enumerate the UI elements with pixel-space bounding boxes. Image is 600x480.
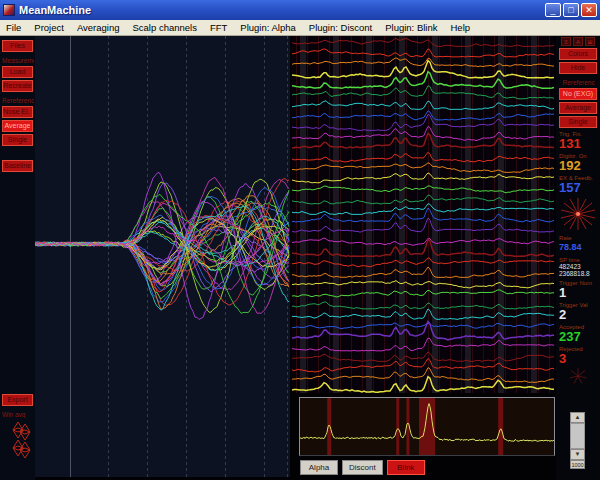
erp-butterfly-panel[interactable] — [35, 36, 290, 477]
tab-discont[interactable]: Discont — [342, 460, 383, 475]
slider-track[interactable] — [570, 423, 585, 449]
stat-sp-time: SP time 482423 2368818.8 — [559, 257, 600, 277]
title-bar: MeanMachine _ □ ✕ — [0, 0, 600, 20]
maximize-button[interactable]: □ — [563, 3, 579, 17]
win-avg-label: Win avg — [1, 411, 34, 418]
r-rereference-label: Rereference — [562, 79, 595, 86]
slider-down-button[interactable]: ▼ — [570, 449, 585, 460]
menu-file[interactable]: File — [6, 22, 21, 33]
gain-slider: ▲ ▼ 1000 — [570, 412, 585, 469]
slider-up-button[interactable]: ▲ — [570, 412, 585, 423]
menu-plugin-blink[interactable]: Plugin: Blink — [385, 22, 437, 33]
menu-help[interactable]: Help — [450, 22, 470, 33]
r-ref-noexg-button[interactable]: No (EXG) — [559, 88, 597, 100]
tab-blink[interactable]: Blink — [387, 460, 425, 475]
eeg-traces-panel[interactable] — [292, 36, 554, 393]
r-ref-single-button[interactable]: Single — [559, 116, 597, 128]
plugin-tabs: Alpha Discont Blink — [300, 460, 425, 475]
ref-nose-button[interactable]: Nose El. M1 — [2, 106, 33, 118]
eeg-traces-canvas[interactable] — [292, 36, 554, 393]
hide-button[interactable]: Hide — [559, 62, 597, 74]
starburst-icon — [559, 196, 597, 232]
stat-trigger-val: Trigger Val 2 — [559, 302, 600, 321]
r-ref-average-button[interactable]: Average — [559, 102, 597, 114]
stat-rejected: Rejected 3 — [559, 346, 600, 365]
menu-bar: File Project Averaging Scalp channels FF… — [0, 20, 600, 36]
files-button[interactable]: Files — [2, 40, 33, 52]
menu-plugin-discont[interactable]: Plugin: Discont — [309, 22, 372, 33]
slider-value: 1000 — [570, 460, 585, 469]
measurement-label: Measurement — [1, 57, 34, 64]
stat-trigger-num: Trigger Num 1 — [559, 280, 600, 299]
ref-single-button[interactable]: Single — [2, 134, 33, 146]
menu-scalp-channels[interactable]: Scalp channels — [133, 22, 197, 33]
stat-digitiz-on: Digitiz. On 192 — [559, 153, 600, 172]
stat-rate: Rate 78.84 — [559, 235, 600, 254]
erp-butterfly-canvas[interactable] — [35, 36, 290, 477]
blink-detector-strip[interactable] — [299, 397, 555, 456]
tab-alpha[interactable]: Alpha — [300, 460, 338, 475]
minimize-button[interactable]: _ — [545, 3, 561, 17]
recreate-button[interactable]: Recreate — [2, 80, 33, 92]
menu-fft[interactable]: FFT — [210, 22, 227, 33]
window-title: MeanMachine — [19, 4, 545, 16]
stat-accepted: Accepted 237 — [559, 324, 600, 343]
menu-project[interactable]: Project — [34, 22, 64, 33]
left-sidebar: Files Measurement Load Recreate Rerefere… — [0, 36, 35, 480]
export-button[interactable]: Export — [2, 394, 33, 406]
close-button[interactable]: ✕ — [581, 3, 597, 17]
app-icon — [3, 4, 15, 16]
menu-averaging[interactable]: Averaging — [77, 22, 120, 33]
a-icon[interactable]: A — [573, 37, 583, 46]
colors-button[interactable]: Colors — [559, 48, 597, 60]
baseline-button[interactable]: Baseline — [2, 160, 33, 172]
menu-plugin-alpha[interactable]: Plugin: Alpha — [240, 22, 295, 33]
stat-trig-fix: Trig. Fix. 131 — [559, 131, 600, 150]
blink-detector-canvas[interactable] — [300, 398, 554, 455]
win-spinner-right[interactable] — [17, 423, 33, 463]
main-area: Files Measurement Load Recreate Rerefere… — [0, 36, 600, 480]
small-starburst-icon — [568, 367, 588, 385]
grid-icon[interactable]: ⊞ — [585, 37, 595, 46]
menu-icon[interactable]: ≡ — [561, 37, 571, 46]
ref-average-button[interactable]: Average — [2, 120, 33, 132]
stat-ex-feedb: EX & Feedb. 157 — [559, 175, 600, 194]
rereference-label: Rereference — [1, 97, 34, 104]
load-button[interactable]: Load — [2, 66, 33, 78]
